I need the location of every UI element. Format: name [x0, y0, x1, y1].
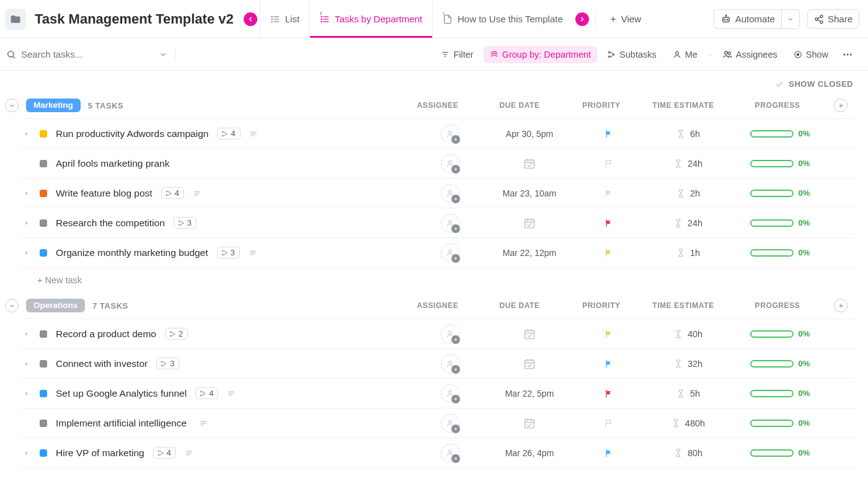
subtask-count-chip[interactable]: 4	[161, 187, 184, 199]
time-estimate-cell[interactable]: 40h	[645, 329, 732, 339]
subtasks-button[interactable]: Subtasks	[601, 46, 663, 63]
due-date-cell[interactable]: Mar 23, 10am	[486, 188, 573, 198]
assignee-placeholder[interactable]	[441, 355, 459, 373]
group-badge[interactable]: Operations	[26, 299, 85, 312]
progress-cell[interactable]: 0%	[737, 329, 823, 338]
due-date-cell[interactable]	[486, 358, 573, 370]
task-status-square[interactable]	[40, 390, 47, 397]
task-status-square[interactable]	[40, 449, 47, 457]
progress-cell[interactable]: 0%	[737, 159, 823, 168]
column-progress[interactable]: PROGRESS	[734, 301, 821, 310]
priority-cell[interactable]	[578, 248, 640, 258]
due-date-cell[interactable]	[486, 417, 573, 430]
task-status-square[interactable]	[40, 330, 47, 338]
subtask-count-chip[interactable]: 3	[156, 358, 179, 369]
time-estimate-cell[interactable]: 80h	[645, 448, 732, 458]
time-estimate-cell[interactable]: 6h	[645, 129, 732, 139]
task-row[interactable]: April fools marketing prank 24h	[21, 149, 856, 178]
task-row[interactable]: Record a product demo 2	[21, 319, 856, 349]
assignee-placeholder[interactable]	[441, 384, 459, 403]
column-due-date[interactable]: DUE DATE	[476, 301, 563, 310]
time-estimate-cell[interactable]: 24h	[645, 159, 732, 169]
page-title[interactable]: Task Management Template v2	[35, 11, 234, 27]
assignee-placeholder[interactable]	[441, 125, 459, 143]
progress-cell[interactable]: 0%	[737, 129, 823, 138]
assignee-placeholder[interactable]	[441, 184, 459, 203]
progress-cell[interactable]: 0%	[737, 418, 823, 428]
automate-button[interactable]: Automate	[714, 9, 781, 29]
task-status-square[interactable]	[40, 160, 47, 167]
column-time-estimate[interactable]: TIME ESTIMATE	[640, 301, 727, 310]
expand-task-icon[interactable]	[24, 250, 31, 256]
priority-cell[interactable]	[578, 218, 640, 228]
task-name[interactable]: Connect with investor	[56, 358, 148, 369]
expand-task-icon[interactable]	[24, 131, 31, 137]
collapse-group-button[interactable]	[5, 99, 19, 112]
task-row[interactable]: Write feature blog post 4 Mar 23, 10am	[21, 178, 856, 208]
task-status-square[interactable]	[40, 420, 47, 427]
folder-icon[interactable]	[5, 9, 26, 30]
task-row[interactable]: Connect with investor 3	[21, 349, 856, 379]
task-row[interactable]: Run productivity Adwords campaign 4 Apr …	[21, 119, 856, 149]
column-assignee[interactable]: ASSIGNEE	[407, 101, 469, 110]
filter-button[interactable]: Filter	[435, 46, 479, 63]
task-name[interactable]: Set up Google Analytics funnel	[56, 388, 187, 399]
more-button[interactable]	[838, 45, 857, 64]
show-button[interactable]: Show	[787, 46, 835, 63]
progress-cell[interactable]: 0%	[737, 248, 823, 257]
assignees-button[interactable]: Assignees	[716, 46, 784, 63]
task-name[interactable]: Hire VP of marketing	[56, 447, 144, 459]
time-estimate-cell[interactable]: 480h	[645, 418, 732, 428]
task-name[interactable]: April fools marketing prank	[56, 158, 170, 169]
subtask-count-chip[interactable]: 2	[165, 328, 188, 340]
subtask-count-chip[interactable]: 4	[217, 128, 240, 139]
expand-task-icon[interactable]	[24, 331, 31, 337]
assignee-placeholder[interactable]	[441, 154, 459, 173]
tab-how-to-use[interactable]: How to Use this Template	[432, 0, 573, 38]
tab-tasks-by-department[interactable]: Tasks by Department	[309, 0, 432, 38]
share-button[interactable]: Share	[807, 9, 859, 29]
column-time-estimate[interactable]: TIME ESTIMATE	[640, 101, 727, 110]
subtask-count-chip[interactable]: 3	[174, 217, 197, 229]
task-name[interactable]: Research the competition	[56, 218, 165, 229]
priority-cell[interactable]	[578, 188, 640, 198]
group-by-button[interactable]: Group by: Department	[484, 46, 597, 63]
prev-view-button[interactable]	[244, 12, 257, 26]
description-icon[interactable]	[185, 449, 193, 457]
description-icon[interactable]	[193, 189, 202, 198]
expand-task-icon[interactable]	[24, 390, 31, 397]
subtask-count-chip[interactable]: 3	[217, 247, 240, 258]
task-status-square[interactable]	[40, 219, 47, 227]
priority-cell[interactable]	[578, 448, 640, 458]
priority-cell[interactable]	[578, 389, 640, 399]
priority-cell[interactable]	[578, 418, 640, 428]
task-row[interactable]: Implement artificial intelligence	[21, 408, 856, 438]
search-input[interactable]	[21, 49, 154, 59]
add-view-button[interactable]: View	[602, 9, 648, 29]
show-closed-toggle[interactable]: SHOW CLOSED	[0, 71, 868, 95]
progress-cell[interactable]: 0%	[737, 188, 823, 198]
automate-dropdown[interactable]	[781, 9, 800, 29]
due-date-cell[interactable]: Mar 22, 5pm	[486, 389, 573, 399]
due-date-cell[interactable]: Mar 26, 4pm	[486, 448, 573, 458]
due-date-cell[interactable]: Mar 22, 12pm	[486, 248, 573, 258]
assignee-placeholder[interactable]	[441, 325, 459, 343]
add-column-button[interactable]	[834, 299, 848, 312]
task-row[interactable]: Set up Google Analytics funnel 4 Mar 22,…	[21, 379, 856, 408]
add-column-button[interactable]	[834, 99, 848, 112]
time-estimate-cell[interactable]: 2h	[645, 188, 732, 198]
column-priority[interactable]: PRIORITY	[570, 101, 632, 110]
new-task-button[interactable]: + New task	[0, 268, 868, 285]
description-icon[interactable]	[249, 249, 257, 257]
group-badge[interactable]: Marketing	[26, 99, 81, 112]
due-date-cell[interactable]: Apr 30, 5pm	[486, 129, 573, 139]
task-row[interactable]: Organize monthly marketing budget 3 Mar …	[21, 238, 856, 268]
progress-cell[interactable]: 0%	[737, 448, 823, 457]
time-estimate-cell[interactable]: 1h	[645, 248, 732, 258]
expand-task-icon[interactable]	[24, 450, 31, 456]
time-estimate-cell[interactable]: 32h	[645, 359, 732, 369]
progress-cell[interactable]: 0%	[737, 218, 823, 227]
tab-list[interactable]: List	[260, 0, 309, 38]
time-estimate-cell[interactable]: 5h	[645, 389, 732, 399]
due-date-cell[interactable]	[486, 157, 573, 170]
